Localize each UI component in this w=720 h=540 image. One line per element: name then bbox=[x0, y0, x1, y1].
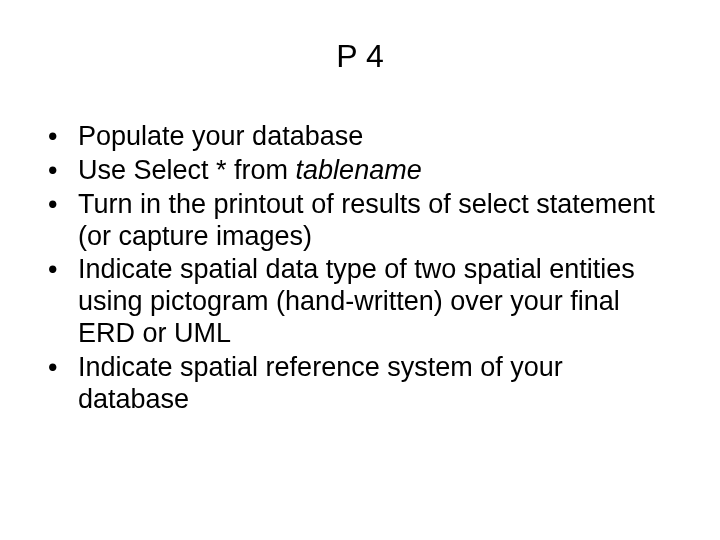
bullet-text: Indicate spatial reference system of you… bbox=[78, 352, 563, 414]
list-item: Populate your database bbox=[44, 121, 676, 153]
list-item: Use Select * from tablename bbox=[44, 155, 676, 187]
bullet-text: Turn in the printout of results of selec… bbox=[78, 189, 655, 251]
bullet-text: Indicate spatial data type of two spatia… bbox=[78, 254, 635, 348]
slide: P 4 Populate your database Use Select * … bbox=[0, 0, 720, 540]
list-item: Indicate spatial reference system of you… bbox=[44, 352, 676, 416]
bullet-text: Populate your database bbox=[78, 121, 363, 151]
bullet-text-italic: tablename bbox=[296, 155, 422, 185]
list-item: Turn in the printout of results of selec… bbox=[44, 189, 676, 253]
slide-title: P 4 bbox=[36, 38, 684, 75]
list-item: Indicate spatial data type of two spatia… bbox=[44, 254, 676, 350]
bullet-text: Use Select * from bbox=[78, 155, 296, 185]
bullet-list: Populate your database Use Select * from… bbox=[36, 121, 684, 416]
